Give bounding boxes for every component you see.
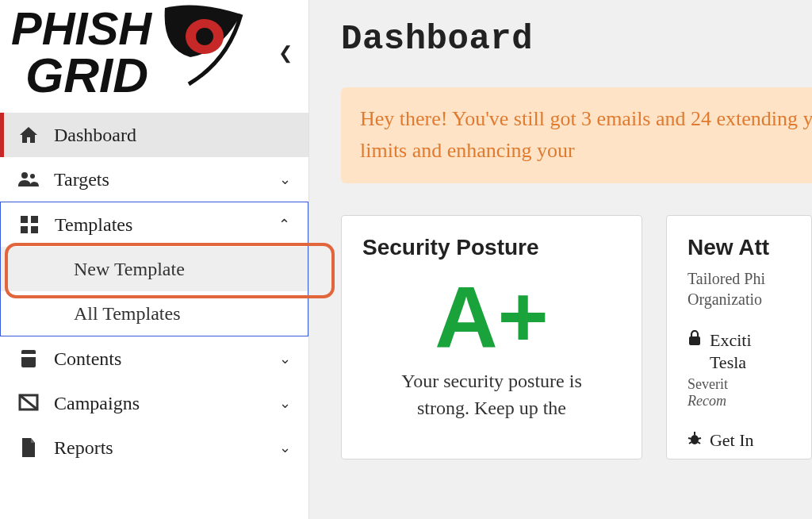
flag-icon	[17, 394, 40, 413]
sidebar-item-label: Templates	[55, 214, 132, 236]
svg-line-20	[698, 442, 700, 444]
sidebar-subitem-label: New Template	[74, 259, 185, 280]
chevron-down-icon: ⌄	[279, 439, 291, 456]
card-title: New Att	[688, 235, 791, 260]
card-title: Security Posture	[362, 235, 621, 260]
notice-banner: Hey there! You've still got 3 emails and…	[341, 87, 812, 183]
svg-rect-14	[689, 336, 700, 345]
chevron-down-icon: ⌄	[279, 171, 291, 188]
card-new-attacks: New Att Tailored Phi Organizatio Exciti …	[666, 215, 812, 459]
sidebar-item-dashboard[interactable]: Dashboard	[0, 113, 308, 157]
lock-icon	[688, 330, 702, 351]
cards-row: Security Posture A+ Your security postur…	[341, 215, 812, 459]
security-grade: A+	[362, 268, 621, 364]
main-content: Dashboard Hey there! You've still got 3 …	[309, 0, 812, 519]
svg-point-1	[196, 28, 213, 45]
svg-rect-9	[31, 226, 38, 233]
logo-area: PHISH GRID ❮	[0, 0, 308, 110]
card-security-posture: Security Posture A+ Your security postur…	[341, 215, 642, 459]
svg-rect-11	[21, 354, 36, 357]
svg-line-18	[698, 438, 701, 439]
grid-icon	[18, 215, 40, 234]
posture-description: Your security posture is strong. Keep up…	[362, 367, 621, 423]
sidebar-item-reports[interactable]: Reports ⌄	[0, 425, 308, 470]
svg-text:PHISH: PHISH	[11, 2, 152, 54]
svg-rect-7	[31, 216, 38, 223]
bug-icon	[688, 430, 702, 451]
sidebar: PHISH GRID ❮ Dashboard Targets ⌄	[0, 0, 309, 519]
svg-line-13	[20, 395, 37, 409]
users-icon	[17, 171, 40, 188]
sidebar-nav: Dashboard Targets ⌄ Templates	[0, 113, 308, 470]
sidebar-item-targets[interactable]: Targets ⌄	[0, 157, 308, 202]
chevron-up-icon: ⌃	[278, 216, 290, 233]
sidebar-subitem-label: All Templates	[74, 303, 181, 325]
sidebar-item-label: Targets	[54, 169, 109, 190]
sidebar-item-campaigns[interactable]: Campaigns ⌄	[0, 381, 308, 425]
attack-line2: Tesla	[710, 352, 746, 373]
severity-label: Severit	[688, 376, 728, 392]
svg-line-17	[688, 438, 691, 439]
attack-title: Get In	[710, 430, 754, 451]
attack-list-item[interactable]: Exciti Tesla Severit Recom	[688, 330, 791, 409]
chevron-down-icon: ⌄	[279, 394, 291, 412]
card-subtitle: Tailored Phi Organizatio	[688, 268, 791, 309]
home-icon	[17, 125, 40, 144]
sidebar-item-label: Reports	[54, 437, 113, 459]
svg-point-4	[21, 172, 28, 179]
page-title: Dashboard	[341, 19, 812, 59]
svg-line-19	[689, 442, 691, 444]
attack-title: Exciti	[710, 330, 752, 351]
svg-rect-6	[21, 216, 28, 223]
sidebar-group-templates: Templates ⌃ New Template All Templates	[0, 202, 308, 336]
sidebar-subitem-all-templates[interactable]: All Templates	[1, 291, 308, 336]
sidebar-item-label: Contents	[54, 348, 121, 370]
notice-text: Hey there! You've still got 3 emails and…	[360, 107, 812, 162]
recommendation: Recom	[688, 393, 726, 409]
book-icon	[17, 349, 40, 368]
sidebar-item-label: Dashboard	[54, 125, 136, 146]
chevron-down-icon: ⌄	[279, 350, 291, 367]
sidebar-item-label: Campaigns	[54, 393, 140, 414]
brand-logo: PHISH GRID	[8, 0, 254, 106]
svg-point-5	[30, 174, 35, 179]
attack-list-item[interactable]: Get In	[688, 430, 791, 451]
sidebar-item-templates[interactable]: Templates ⌃	[1, 202, 308, 247]
sidebar-subitem-new-template[interactable]: New Template	[1, 247, 308, 291]
svg-text:GRID: GRID	[25, 48, 148, 102]
svg-rect-10	[21, 350, 36, 367]
sidebar-collapse-button[interactable]: ❮	[270, 43, 301, 63]
svg-point-15	[691, 435, 699, 444]
file-icon	[17, 437, 40, 458]
svg-rect-8	[21, 226, 28, 233]
sidebar-item-contents[interactable]: Contents ⌄	[0, 336, 308, 381]
